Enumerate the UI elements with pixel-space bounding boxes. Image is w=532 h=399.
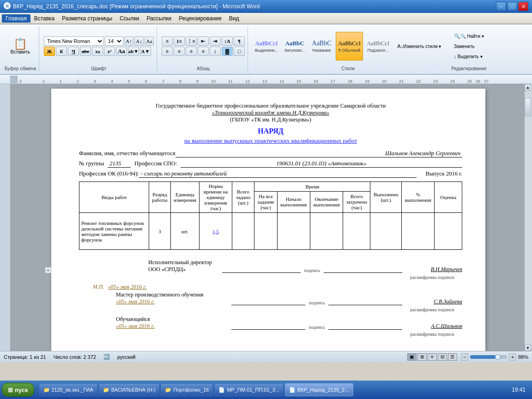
view-fullscreen-button[interactable]: ⊞ bbox=[417, 353, 427, 361]
find-button[interactable]: 🔍 🔍 Найти ▾ bbox=[452, 31, 486, 41]
style-item-highlight[interactable]: AaBbCcI Выделени... bbox=[253, 32, 280, 60]
editing-buttons: 🔍 🔍 Найти ▾ Заменить ↓ Выделить ▾ bbox=[452, 31, 486, 61]
font-shrink-button[interactable]: A↓ bbox=[134, 36, 144, 46]
font-color-button[interactable]: Аа bbox=[116, 47, 127, 56]
col-header-norm: Норма времени на единицу измерения (час) bbox=[200, 182, 232, 213]
borders-button[interactable]: □ bbox=[234, 47, 245, 56]
cell-done-pct bbox=[402, 213, 435, 250]
document-subtitle: на выполнение выпускных практических ква… bbox=[79, 137, 462, 145]
taskbar: ⊞ пуск 📁 2125_кв.экз._ГИА 📁 ВАСИЛЬЕВНА (… bbox=[0, 381, 532, 399]
change-styles-icon: A↓ bbox=[397, 43, 403, 49]
decrease-indent-button[interactable]: ⇤ bbox=[198, 36, 209, 46]
underline-button[interactable]: Ч bbox=[68, 47, 79, 56]
clear-format-button[interactable]: Аа bbox=[145, 36, 154, 46]
select-button[interactable]: ↓ Выделить ▾ bbox=[452, 52, 486, 61]
signatures-section: Исполнительный директор ООО «СРПДЦ» подп… bbox=[79, 259, 462, 337]
line-spacing-button[interactable]: ↕ bbox=[210, 47, 221, 56]
bullets-button[interactable]: ≡ bbox=[162, 36, 173, 46]
style-item-heading[interactable]: AaBbC Заголово... bbox=[282, 32, 308, 60]
superscript-button[interactable]: x² bbox=[104, 47, 115, 56]
maximize-button[interactable]: □ bbox=[507, 2, 517, 11]
align-left-button[interactable]: ≡ bbox=[162, 47, 173, 56]
taskbar-label-1: 2125_кв.экз._ГИА bbox=[52, 387, 93, 393]
page-info: Страница: 1 из 21 bbox=[4, 354, 46, 360]
show-marks-button[interactable]: ¶ bbox=[234, 36, 245, 46]
sig-date-3: «05» мая 2016 г. bbox=[116, 323, 231, 330]
title-text: ВКР_Наряд_2135_2016_слесарь.doc [Режим о… bbox=[13, 3, 260, 10]
multilevel-button[interactable]: ⋮≡ bbox=[186, 36, 197, 46]
font-name-select[interactable]: Times New Roman bbox=[44, 36, 104, 46]
zoom-level: 88% bbox=[518, 354, 528, 360]
align-center-button[interactable]: ≡ bbox=[174, 47, 185, 56]
view-draft-button[interactable]: ☰ bbox=[448, 353, 457, 361]
start-button[interactable]: ⊞ пуск bbox=[2, 383, 34, 397]
document-area: + Государственное бюджетное профессионал… bbox=[0, 84, 532, 351]
col-header-rank: Разряд работы bbox=[149, 182, 170, 213]
group-value: 2135 bbox=[108, 160, 131, 168]
group-row: № группы 2135 Профессия СПО: 190631.01 (… bbox=[79, 160, 462, 168]
taskbar-item-3[interactable]: 📁 Портфолио_16 bbox=[161, 383, 213, 396]
style-item-normal[interactable]: AaBbCcI ¶ Обычный bbox=[336, 32, 363, 60]
font-size-select[interactable]: 14 bbox=[105, 36, 123, 46]
view-web-button[interactable]: ≡ bbox=[428, 353, 437, 361]
zoom-in-button[interactable]: + bbox=[509, 353, 516, 361]
menu-item-page-layout[interactable]: Разметка страницы bbox=[58, 14, 116, 23]
sig-row-1: Исполнительный директор ООО «СРПДЦ» подп… bbox=[79, 259, 462, 273]
add-row-button[interactable]: + bbox=[45, 267, 51, 273]
change-styles-label: Изменить стили ▾ bbox=[403, 44, 441, 49]
justify-button[interactable]: ≡ bbox=[198, 47, 209, 56]
col-header-time: Время bbox=[254, 182, 370, 192]
subtitle-text: на выполнение выпускных практических ква… bbox=[184, 137, 357, 144]
strikethrough-button[interactable]: abe bbox=[80, 47, 91, 56]
style-item-subtitle[interactable]: AaBbCcI Подзагол... bbox=[364, 32, 392, 60]
menu-item-mailings[interactable]: Рассылки bbox=[143, 14, 175, 23]
style-label: Выделени... bbox=[255, 48, 278, 53]
style-preview-subtitle: AaBbCcI bbox=[367, 40, 389, 47]
menu-item-insert[interactable]: Вставка bbox=[30, 14, 59, 23]
highlight-button[interactable]: ab▼ bbox=[128, 47, 139, 56]
increase-indent-button[interactable]: ⇥ bbox=[210, 36, 221, 46]
style-item-title[interactable]: AaBbC Название bbox=[309, 32, 334, 60]
font-content: Times New Roman 14 A↑ A↓ Аа Ж К Ч abe bbox=[44, 27, 154, 65]
subscript-button[interactable]: x₂ bbox=[92, 47, 103, 56]
menu-item-review[interactable]: Рецензирование bbox=[175, 14, 225, 23]
sig-namedesc-text-3: расшифровка подписи bbox=[402, 332, 462, 337]
sort-button[interactable]: ↕A bbox=[222, 36, 233, 46]
zoom-handle[interactable] bbox=[495, 354, 501, 360]
change-styles-button[interactable]: A↓ Изменить стили ▾ bbox=[395, 42, 443, 51]
view-print-button[interactable]: ▣ bbox=[407, 353, 417, 361]
college-name: «Технологический колледж имени Н.Д.Кузне… bbox=[79, 109, 462, 116]
bold-button[interactable]: Ж bbox=[44, 47, 55, 56]
menu-item-references[interactable]: Ссылки bbox=[116, 14, 143, 23]
taskbar-icon-4: 📄 bbox=[218, 387, 225, 393]
sig-line-3 bbox=[231, 329, 305, 330]
italic-button[interactable]: К bbox=[56, 47, 67, 56]
align-right-button[interactable]: ≡ bbox=[186, 47, 197, 56]
menu-item-home[interactable]: Главная bbox=[2, 14, 30, 23]
numbering-button[interactable]: 1≡ bbox=[174, 36, 185, 46]
taskbar-item-5[interactable]: 📄 ВКР_Наряд_2135_2... bbox=[285, 383, 353, 396]
font-grow-button[interactable]: A↑ bbox=[124, 36, 133, 46]
ruler-corner[interactable] bbox=[10, 76, 18, 83]
shading-button[interactable]: ▓ bbox=[222, 47, 233, 56]
scroll-up-button[interactable]: ▲ bbox=[525, 84, 531, 91]
sig-company-1: ООО «СРПДЦ» bbox=[148, 266, 222, 273]
zoom-out-button[interactable]: − bbox=[461, 353, 468, 361]
sig-name-1: В.Н.Марычев bbox=[402, 266, 462, 273]
replace-button[interactable]: Заменить bbox=[452, 42, 486, 51]
menu-item-view[interactable]: Вид bbox=[225, 14, 243, 23]
scroll-down-button[interactable]: ▼ bbox=[525, 345, 531, 351]
view-outline-button[interactable]: ⊟ bbox=[438, 353, 447, 361]
minimize-button[interactable]: ─ bbox=[496, 2, 506, 11]
profession-spo-label: Профессия СПО: bbox=[134, 160, 177, 167]
paste-button[interactable]: 📋 Вставить bbox=[8, 33, 32, 59]
taskbar-item-2[interactable]: 📁 ВАСИЛЬЕВНА (H:) bbox=[99, 383, 160, 396]
start-icon: ⊞ bbox=[8, 387, 13, 393]
document-page[interactable]: + Государственное бюджетное профессионал… bbox=[51, 89, 485, 351]
scroll-thumb[interactable] bbox=[525, 98, 531, 116]
language: русский bbox=[117, 354, 135, 360]
taskbar-item-1[interactable]: 📁 2125_кв.экз._ГИА bbox=[39, 383, 97, 396]
font-color2-button[interactable]: A▼ bbox=[140, 47, 151, 56]
close-button[interactable]: ✕ bbox=[518, 2, 528, 11]
taskbar-item-4[interactable]: 📄 МР_ПМ.01_ПП.01_3... bbox=[214, 383, 284, 396]
